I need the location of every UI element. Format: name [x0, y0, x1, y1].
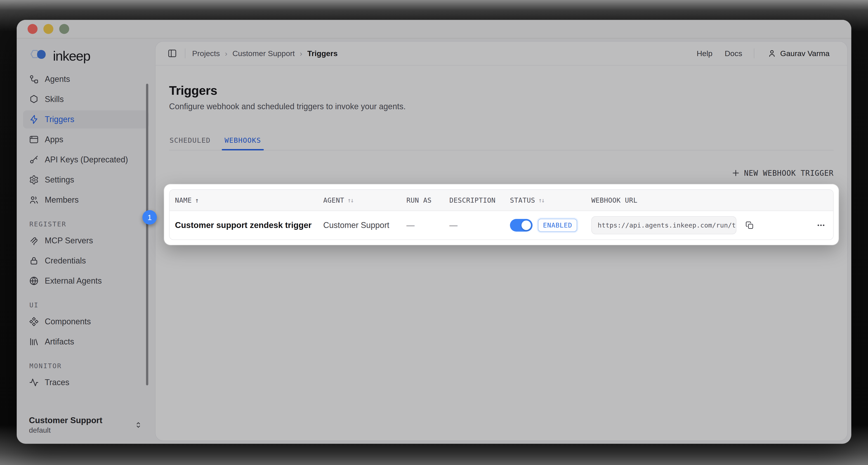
- column-label: STATUS: [510, 196, 535, 204]
- sort-both-icon: ↑↓: [538, 197, 544, 204]
- sort-both-icon: ↑↓: [347, 197, 353, 204]
- screenshot-stage: inkeep Agents: [0, 0, 868, 465]
- column-label: NAME: [175, 196, 192, 204]
- column-label: RUN AS: [406, 196, 432, 204]
- column-label: DESCRIPTION: [450, 196, 495, 204]
- table-row[interactable]: Customer support zendesk trigger Custome…: [169, 211, 833, 239]
- column-header-status[interactable]: STATUS ↑↓: [504, 196, 586, 204]
- trigger-status-cell: ENABLED: [504, 219, 586, 232]
- row-actions-menu-button[interactable]: [816, 221, 826, 230]
- webhook-url-field[interactable]: https://api.agents.inkeep.com/run/tenant…: [591, 216, 737, 234]
- trigger-description-cell: —: [444, 221, 504, 230]
- webhooks-table-card: NAME ↑ AGENT ↑↓ RUN AS: [164, 184, 839, 245]
- app-window: inkeep Agents: [17, 20, 851, 444]
- trigger-run-as-cell: —: [401, 221, 444, 230]
- trigger-agent-cell: Customer Support: [318, 221, 401, 230]
- column-header-name[interactable]: NAME ↑: [169, 196, 318, 204]
- status-badge: ENABLED: [538, 219, 577, 232]
- column-header-description: DESCRIPTION: [444, 196, 504, 204]
- annotation-step-badge: 1: [143, 210, 157, 225]
- sort-asc-icon: ↑: [195, 196, 199, 204]
- column-label: WEBHOOK URL: [591, 196, 638, 204]
- copy-icon[interactable]: [745, 221, 754, 230]
- column-header-webhook-url: WEBHOOK URL: [586, 196, 833, 204]
- column-header-run-as: RUN AS: [401, 196, 444, 204]
- column-label: AGENT: [323, 196, 344, 204]
- column-header-agent[interactable]: AGENT ↑↓: [318, 196, 401, 204]
- status-toggle[interactable]: [510, 219, 532, 232]
- table-header-row: NAME ↑ AGENT ↑↓ RUN AS: [169, 190, 833, 211]
- trigger-name-cell: Customer support zendesk trigger: [169, 221, 318, 230]
- webhooks-table: NAME ↑ AGENT ↑↓ RUN AS: [169, 189, 834, 240]
- trigger-webhook-url-cell: https://api.agents.inkeep.com/run/tenant…: [586, 216, 833, 234]
